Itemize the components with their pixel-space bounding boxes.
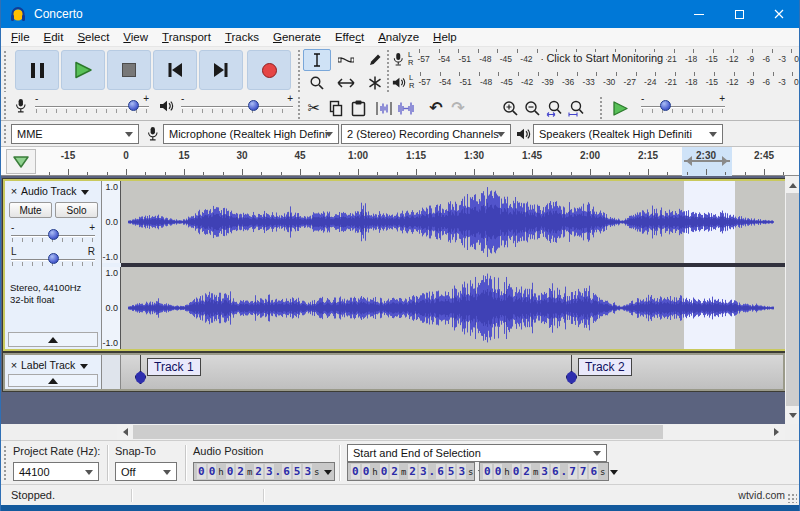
gain-slider[interactable]: -+ [11, 226, 95, 246]
timefield-char[interactable]: 3 [457, 464, 466, 479]
scroll-left-button[interactable] [117, 424, 133, 440]
minimize-button[interactable] [679, 0, 719, 28]
recording-volume-slider[interactable]: -+ [35, 97, 149, 117]
playback-volume-slider[interactable]: -+ [181, 97, 293, 117]
scroll-right-button[interactable] [769, 424, 785, 440]
track-menu-arrow-icon[interactable] [80, 364, 88, 373]
audio-host-select[interactable]: MME [11, 124, 139, 144]
timefield-char[interactable]: 7 [568, 464, 577, 479]
zoom-in-button[interactable] [499, 97, 521, 119]
timefield-char[interactable]: 5 [293, 464, 302, 479]
output-device-select[interactable]: Speakers (Realtek High Definiti [533, 124, 723, 144]
timefield-char[interactable]: 0 [197, 464, 206, 479]
timefield-char[interactable]: 6 [282, 464, 291, 479]
timefield-char[interactable]: s [468, 467, 473, 477]
timefield-char[interactable]: h [504, 467, 509, 477]
slider-thumb[interactable] [660, 100, 671, 111]
scroll-down-button[interactable] [785, 407, 800, 424]
project-rate-select[interactable]: 44100 [13, 462, 99, 481]
menu-item-help[interactable]: Help [426, 29, 464, 45]
track-collapse-button[interactable] [8, 332, 98, 347]
skip-to-end-button[interactable] [199, 50, 243, 90]
waveform-canvas-right[interactable] [121, 267, 785, 349]
play-speed-slider[interactable]: -+ [641, 97, 725, 117]
waveform-canvas-left[interactable] [121, 181, 785, 263]
timefield-char[interactable]: 0 [226, 464, 235, 479]
tools-toolbar-grip[interactable] [297, 49, 302, 93]
menu-item-select[interactable]: Select [70, 29, 116, 45]
timefield-char[interactable]: 3 [303, 464, 312, 479]
solo-button[interactable]: Solo [55, 202, 98, 218]
menu-item-file[interactable]: File [4, 29, 37, 45]
resize-grip[interactable] [787, 493, 797, 503]
draw-tool-button[interactable] [361, 49, 389, 71]
timefield-char[interactable]: 3 [540, 464, 549, 479]
slider-thumb[interactable] [48, 229, 59, 240]
timefield-char[interactable]: 0 [351, 464, 360, 479]
label-track-name[interactable]: Label Track [21, 359, 75, 371]
timefield-char[interactable]: m [247, 467, 252, 477]
timefield-char[interactable]: 0 [512, 464, 521, 479]
timefield-char[interactable]: m [533, 467, 538, 477]
silence-audio-button[interactable] [395, 97, 417, 119]
paste-button[interactable] [347, 97, 369, 119]
selection-tool-button[interactable] [303, 49, 331, 71]
label-box[interactable]: Track 1 [147, 358, 201, 376]
label-marker-icon[interactable] [135, 371, 146, 384]
slider-thumb[interactable] [248, 100, 259, 111]
timefield-char[interactable]: 0 [362, 464, 371, 479]
waveform-channel-right[interactable] [121, 267, 785, 349]
copy-button[interactable] [325, 97, 347, 119]
label-track-close-button[interactable]: × [7, 359, 21, 371]
selection-toolbar-grip[interactable] [3, 445, 8, 481]
mute-button[interactable]: Mute [9, 202, 52, 218]
menu-item-edit[interactable]: Edit [37, 29, 71, 45]
input-channels-select[interactable]: 2 (Stereo) Recording Channels [341, 124, 511, 144]
slider-thumb[interactable] [128, 100, 139, 111]
audio-track-close-button[interactable]: × [7, 185, 21, 197]
menu-item-tracks[interactable]: Tracks [218, 29, 266, 45]
timefield-dropdown-arrow[interactable] [324, 470, 332, 479]
zoom-tool-button[interactable] [303, 72, 331, 94]
record-button[interactable] [247, 50, 291, 90]
timeline-ruler[interactable]: -1501530451:001:151:301:452:002:152:302:… [41, 147, 800, 176]
input-device-select[interactable]: Microphone (Realtek High Defini [163, 124, 339, 144]
timefield-char[interactable]: . [429, 465, 436, 478]
time-shift-tool-button[interactable] [332, 72, 360, 94]
selection-end-field[interactable]: 00h02m36.776s [479, 462, 609, 481]
multi-tool-button[interactable] [361, 72, 389, 94]
menu-item-generate[interactable]: Generate [266, 29, 328, 45]
timefield-char[interactable]: 2 [408, 464, 417, 479]
maximize-button[interactable] [719, 0, 759, 28]
edit-toolbar-grip[interactable] [297, 96, 302, 119]
timefield-char[interactable]: m [401, 467, 406, 477]
monitoring-hint[interactable]: Click to Start Monitoring [543, 52, 666, 64]
device-toolbar-grip[interactable] [3, 124, 8, 144]
pause-button[interactable] [15, 50, 59, 90]
trim-audio-button[interactable] [373, 97, 395, 119]
selection-mode-select[interactable]: Start and End of Selection [347, 444, 607, 462]
timefield-char[interactable]: 6 [551, 464, 560, 479]
undo-button[interactable]: ↶ [425, 97, 447, 119]
timefield-char[interactable]: . [275, 465, 282, 478]
envelope-tool-button[interactable] [332, 49, 360, 71]
redo-button[interactable]: ↷ [447, 97, 469, 119]
label-marker-icon[interactable] [566, 371, 577, 384]
timefield-char[interactable]: 0 [483, 464, 492, 479]
slider-thumb[interactable] [48, 253, 59, 264]
scroll-up-button[interactable] [785, 176, 800, 193]
timeline-pin-button[interactable] [6, 149, 36, 174]
play-speed-toolbar-grip[interactable] [599, 96, 604, 119]
timefield-char[interactable]: 2 [236, 464, 245, 479]
timefield-char[interactable]: 0 [380, 464, 389, 479]
timefield-char[interactable]: h [372, 467, 377, 477]
audio-position-field[interactable]: 00h02m23.653s [193, 462, 335, 481]
timefield-dropdown-arrow[interactable] [610, 470, 618, 479]
timefield-char[interactable]: 5 [447, 464, 456, 479]
label-box[interactable]: Track 2 [578, 358, 632, 376]
zoom-to-fit-button[interactable] [565, 97, 587, 119]
playback-meter[interactable]: LR -57-54-51-48-45-42-39-36-33-30-27-24-… [391, 71, 799, 93]
close-button[interactable] [759, 0, 799, 28]
timefield-char[interactable]: 0 [494, 464, 503, 479]
cut-button[interactable]: ✂ [303, 97, 325, 119]
